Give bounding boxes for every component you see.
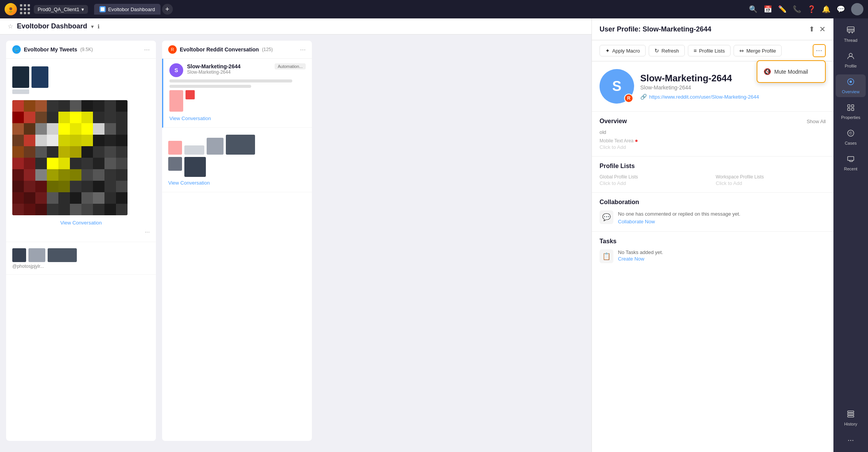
more-options-icon: ··· bbox=[816, 47, 822, 54]
active-tab[interactable]: Evoltobor Dashboard bbox=[94, 4, 160, 15]
more-options-button[interactable]: ··· bbox=[813, 44, 826, 57]
columns-area: 🐦 Evoltobor My Tweets (9.5K) ··· bbox=[0, 35, 591, 447]
reddit-card-1: S Slow-Marketing-2644 Slow-Marketing-264… bbox=[162, 59, 312, 128]
profile-link[interactable]: 🔗 https://www.reddit.com/user/Slow-Marke… bbox=[640, 94, 826, 100]
refresh-button[interactable]: ↻ Refresh bbox=[649, 45, 685, 56]
overview-sidebar-label: Overview bbox=[842, 89, 860, 94]
create-now-link[interactable]: Create Now bbox=[618, 256, 663, 262]
workspace-list-add[interactable]: Click to Add bbox=[716, 180, 826, 186]
svg-rect-16 bbox=[848, 413, 854, 415]
mute-icon: 🔇 bbox=[764, 68, 771, 75]
svg-point-8 bbox=[850, 81, 852, 83]
click-to-add-text[interactable]: Click to Add bbox=[600, 144, 826, 150]
refresh-label: Refresh bbox=[661, 48, 679, 54]
profile-lists-section: Profile Lists Global Profile Lists Click… bbox=[592, 156, 833, 192]
calendar-icon[interactable]: 📅 bbox=[764, 5, 772, 13]
automation-badge: Automation... bbox=[275, 63, 306, 69]
profile-sidebar-label: Profile bbox=[845, 64, 856, 68]
sidebar-item-recent[interactable]: Recent bbox=[836, 152, 866, 174]
twitter-column-title-area: 🐦 Evoltobor My Tweets (9.5K) bbox=[12, 45, 93, 54]
svg-rect-12 bbox=[851, 108, 854, 111]
phone-icon[interactable]: 📞 bbox=[793, 5, 801, 13]
mute-modmail-item[interactable]: 🔇 Mute Modmail bbox=[757, 64, 825, 79]
global-list-add[interactable]: Click to Add bbox=[600, 180, 710, 186]
reddit-dark-wide bbox=[226, 135, 255, 155]
sidebar-item-history[interactable]: History bbox=[836, 407, 866, 429]
reddit-icon: R bbox=[168, 45, 177, 54]
workspace-chevron: ▾ bbox=[81, 7, 84, 12]
view-conversation-link-2[interactable]: View Conversation bbox=[169, 114, 306, 123]
tweet-card-more[interactable]: ··· bbox=[12, 227, 150, 237]
user-big-avatar: S R bbox=[600, 69, 634, 104]
collaborate-now-link[interactable]: Collaborate Now bbox=[618, 219, 655, 224]
overview-section-header: Overview Show All bbox=[600, 118, 826, 125]
profile-lists-button[interactable]: ≡ Profile Lists bbox=[688, 45, 731, 56]
add-tab-button[interactable]: + bbox=[162, 4, 173, 15]
close-panel-button[interactable]: ✕ bbox=[819, 25, 826, 34]
merge-icon: ⇔ bbox=[739, 48, 744, 54]
sidebar-more-button[interactable]: ··· bbox=[845, 432, 857, 447]
star-icon[interactable]: ☆ bbox=[8, 23, 13, 30]
merge-profile-button[interactable]: ⇔ Merge Profile bbox=[734, 45, 782, 56]
info-icon[interactable]: ℹ bbox=[98, 23, 99, 30]
reddit-user-avatar: S bbox=[169, 63, 183, 77]
tweet-shapes-2 bbox=[12, 248, 150, 262]
dashboard-panel: ☆ Evoltobor Dashboard ▾ ℹ 🐦 Evoltobor My… bbox=[0, 18, 591, 452]
chat-icon[interactable]: 💬 bbox=[837, 5, 845, 13]
search-icon[interactable]: 🔍 bbox=[749, 5, 757, 13]
reddit-gray-sq2 bbox=[207, 138, 224, 155]
history-label: History bbox=[844, 422, 857, 426]
required-indicator bbox=[635, 140, 638, 142]
profile-lists-label: Profile Lists bbox=[699, 48, 725, 54]
right-sidebar: Thread Profile Overview bbox=[833, 18, 868, 452]
view-conversation-link-1[interactable]: View Conversation bbox=[12, 218, 150, 227]
avatar-initials: S bbox=[612, 78, 621, 94]
recent-label: Recent bbox=[844, 167, 858, 171]
reddit-column-more[interactable]: ··· bbox=[300, 46, 306, 54]
view-conversation-link-3[interactable]: View Conversation bbox=[168, 178, 306, 187]
svg-point-6 bbox=[849, 53, 852, 56]
apply-macro-button[interactable]: ✦ Apply Macro bbox=[600, 45, 646, 56]
reddit-username: Slow-Marketing-2644 bbox=[187, 63, 271, 69]
properties-icon bbox=[846, 103, 855, 114]
reddit-shapes-3 bbox=[168, 157, 306, 177]
show-all-link[interactable]: Show All bbox=[807, 119, 826, 124]
profile-panel: User Profile: Slow-Marketing-2644 ⬆ ✕ ✦ … bbox=[591, 18, 833, 452]
edit-icon[interactable]: ✏️ bbox=[778, 5, 787, 13]
collaboration-icon: 💬 bbox=[600, 210, 613, 224]
sidebar-item-profile[interactable]: Profile bbox=[836, 49, 866, 71]
tasks-empty: 📋 No Tasks added yet. Create Now bbox=[600, 249, 826, 263]
top-nav-actions: 🔍 📅 ✏️ 📞 ❓ 🔔 💬 bbox=[749, 3, 863, 15]
sidebar-item-overview[interactable]: Overview bbox=[836, 74, 866, 97]
notifications-icon[interactable]: 🔔 bbox=[822, 5, 830, 13]
twitter-column-more[interactable]: ··· bbox=[144, 46, 150, 54]
sidebar-item-properties[interactable]: Properties bbox=[836, 100, 866, 123]
tweet-gray-bar-1 bbox=[12, 89, 29, 94]
cases-icon: © bbox=[846, 129, 855, 139]
svg-rect-10 bbox=[851, 105, 854, 107]
reddit-card-meta: Slow-Marketing-2644 Slow-Marketing-2644 bbox=[187, 63, 271, 75]
user-avatar[interactable] bbox=[851, 3, 863, 15]
profile-url: https://www.reddit.com/user/Slow-Marketi… bbox=[649, 94, 759, 100]
svg-rect-15 bbox=[848, 411, 854, 412]
lists-icon: ≡ bbox=[694, 48, 697, 54]
reddit-shapes-1 bbox=[169, 90, 306, 112]
thread-label: Thread bbox=[844, 38, 858, 43]
global-list-label: Global Profile Lists bbox=[600, 174, 710, 180]
mobile-text-area-text: Mobile Text Area bbox=[600, 138, 634, 144]
title-chevron[interactable]: ▾ bbox=[91, 23, 94, 30]
sidebar-item-cases[interactable]: © Cases bbox=[836, 126, 866, 148]
profile-lists-section-header: Profile Lists bbox=[600, 163, 826, 170]
tweet-gray-med bbox=[28, 248, 45, 262]
reddit-gray-rect bbox=[184, 145, 204, 155]
collaboration-section: Collaboration 💬 No one has commented or … bbox=[592, 192, 833, 231]
workspace-selector[interactable]: Prod0_QA_Client1 ▾ bbox=[34, 5, 88, 14]
sidebar-item-thread[interactable]: Thread bbox=[836, 23, 866, 46]
help-icon[interactable]: ❓ bbox=[807, 5, 816, 13]
reddit-card-2: View Conversation bbox=[162, 128, 312, 192]
grid-icon[interactable] bbox=[20, 4, 31, 15]
link-icon: 🔗 bbox=[640, 94, 647, 100]
tweet-dark-block-1 bbox=[12, 66, 29, 88]
recent-icon bbox=[846, 155, 855, 165]
share-icon[interactable]: ⬆ bbox=[809, 25, 815, 33]
